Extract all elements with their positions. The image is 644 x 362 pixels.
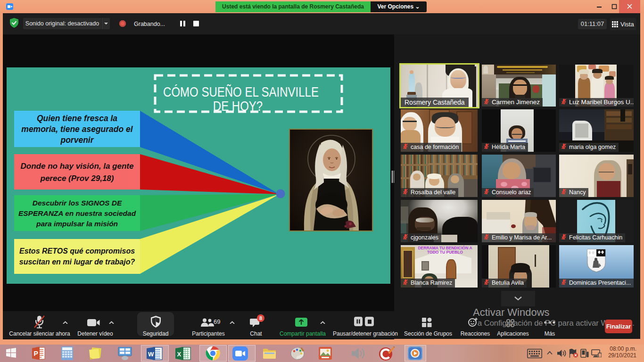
svg-text:W: W [148, 351, 154, 358]
svg-text:P: P [34, 350, 38, 357]
svg-text:X: X [177, 351, 182, 358]
